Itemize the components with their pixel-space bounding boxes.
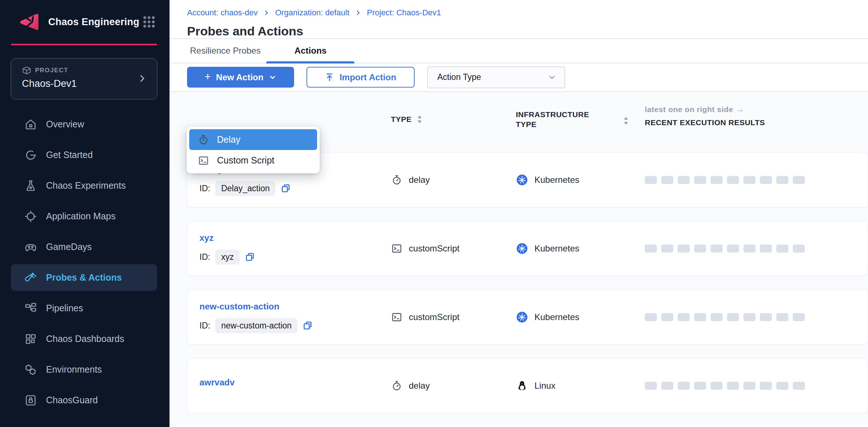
infrastructure-type: Kubernetes [534,243,579,254]
execution-result-placeholder [760,382,772,390]
execution-result-placeholder [678,245,690,253]
import-icon [325,73,334,82]
sidebar-item-chaos-dashboards[interactable]: Chaos Dashboards [11,326,157,352]
app-grid-icon[interactable] [142,15,156,29]
sidebar-item-environments[interactable]: Environments [11,356,157,383]
sidebar-item-label: Chaos Dashboards [46,334,124,344]
kubernetes-icon [516,243,528,254]
breadcrumb-project-link[interactable]: Project: Chaos-Dev1 [367,8,441,18]
execution-result-placeholder [711,313,723,321]
sidebar-item-label: Application Maps [46,211,115,222]
action-type: delay [409,175,430,185]
breadcrumb-chevron-icon [355,10,361,16]
tab-resilience-probes[interactable]: Resilience Probes [190,39,263,63]
execution-result-placeholder [694,313,706,321]
copy-icon[interactable] [281,183,291,193]
recent-execution-results [645,176,868,184]
terminal-icon [391,312,402,323]
sort-icon[interactable] [417,115,422,124]
project-selector[interactable]: PROJECT Chaos-Dev1 [11,58,157,99]
get-started-icon [24,149,37,162]
sidebar-item-chaosguard[interactable]: ChaosGuard [11,387,157,413]
copy-icon[interactable] [245,252,255,262]
menu-item-delay[interactable]: Delay [189,129,317,150]
infrastructure-type: Kubernetes [534,312,579,322]
breadcrumb-organization-link[interactable]: Organization: default [275,8,349,18]
sidebar-item-label: Chaos Experiments [46,180,126,191]
infrastructure-type: Linux [534,381,555,391]
execution-result-placeholder [727,382,739,390]
id-label: ID: [199,252,210,262]
sidebar-item-get-started[interactable]: Get Started [11,142,157,168]
page-header: Account: chaos-dev Organization: default… [170,0,868,39]
execution-result-placeholder [661,176,673,184]
recent-execution-results [645,382,868,390]
kubernetes-icon [516,311,528,323]
action-type: customScript [409,243,460,254]
sidebar-item-label: Environments [46,364,102,375]
execution-result-placeholder [678,176,690,184]
chevron-down-icon [269,73,277,81]
table-row[interactable]: xyz ID: xyz customScript [187,221,868,276]
terminal-icon [198,155,209,166]
toolbar: + New Action Import Action Action Type [170,64,868,91]
sidebar-item-application-maps[interactable]: Application Maps [11,203,157,230]
app-root: Chaos Engineering PROJECT Chaos-Dev1 [0,0,868,427]
execution-result-placeholder [727,245,739,253]
recent-execution-results [645,313,868,321]
execution-result-placeholder [645,245,657,253]
sort-icon[interactable] [623,116,629,126]
home-icon [24,118,37,131]
execution-result-placeholder [678,382,690,390]
execution-result-placeholder [743,245,755,253]
execution-result-placeholder [645,313,657,321]
action-id: new-custom-action [215,318,297,333]
column-header-infrastructure-type[interactable]: INFRASTRUCTURE TYPE [516,109,625,130]
sidebar-item-pipelines[interactable]: Pipelines [11,295,157,322]
sidebar-item-overview[interactable]: Overview [11,111,157,138]
column-header-recent-results: RECENT EXECUTION RESULTS [645,118,765,127]
plus-icon: + [205,70,211,83]
sidebar-item-label: Overview [46,119,84,130]
execution-result-placeholder [694,382,706,390]
project-label: PROJECT [35,67,68,74]
breadcrumb-account-link[interactable]: Account: chaos-dev [187,8,258,18]
execution-result-placeholder [694,245,706,253]
new-action-button[interactable]: + New Action [187,67,294,88]
sidebar-item-probes-actions[interactable]: Probes & Actions [11,264,157,291]
column-header-type[interactable]: TYPE [391,115,516,124]
execution-result-placeholder [727,313,739,321]
table-row[interactable]: awrvadv delay Linux [187,358,868,413]
breadcrumb: Account: chaos-dev Organization: default… [187,8,868,18]
execution-result-placeholder [678,313,690,321]
cube-icon [22,66,31,75]
execution-result-placeholder [793,313,805,321]
execution-result-placeholder [760,176,772,184]
action-name-link[interactable]: xyz [199,233,214,243]
recent-execution-results [645,245,868,253]
action-name-link[interactable]: new-custom-action [199,301,279,312]
dashboard-icon [24,332,37,346]
table-row[interactable]: new-custom-action ID: new-custom-action … [187,290,868,345]
stopwatch-icon [391,380,402,391]
sidebar-item-label: GameDays [46,242,92,252]
sidebar-item-chaos-experiments[interactable]: Chaos Experiments [11,172,157,199]
arrow-right-icon: → [736,105,744,114]
page-title: Probes and Actions [187,24,868,38]
sidebar-item-gamedays[interactable]: GameDays [11,234,157,260]
tab-bar: Resilience Probes Actions [170,39,868,64]
execution-result-placeholder [711,245,723,253]
copy-icon[interactable] [302,320,313,331]
stopwatch-icon [391,174,402,185]
menu-item-custom-script[interactable]: Custom Script [189,150,317,171]
execution-result-placeholder [711,176,723,184]
sidebar-nav: Overview Get Started Chaos Experiments [0,111,170,413]
import-action-button[interactable]: Import Action [307,67,415,88]
main-area: Account: chaos-dev Organization: default… [170,0,868,427]
pipeline-icon [24,302,37,315]
action-type-select[interactable]: Action Type [427,66,565,88]
sidebar-item-label: Pipelines [46,303,83,313]
tab-actions[interactable]: Actions [266,39,354,63]
action-type: customScript [409,312,460,322]
action-name-link[interactable]: awrvadv [199,377,235,388]
